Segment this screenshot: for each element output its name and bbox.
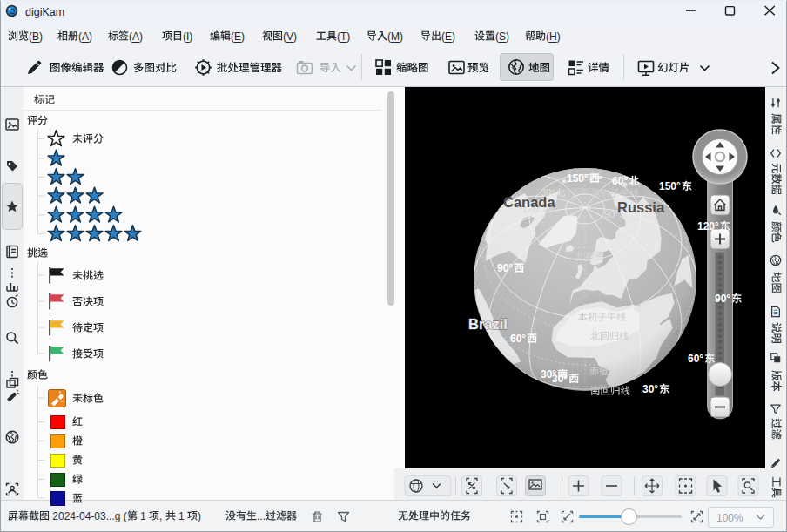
- svg-text:60°: 60°: [688, 353, 703, 365]
- svg-text:30°: 30°: [552, 373, 568, 385]
- svg-text:90°: 90°: [715, 293, 730, 305]
- svg-text:Russia: Russia: [617, 199, 665, 215]
- svg-text:Brazil: Brazil: [468, 316, 508, 332]
- svg-text:90°: 90°: [497, 262, 513, 274]
- svg-text:120°: 120°: [697, 220, 719, 232]
- svg-text:150°: 150°: [659, 180, 681, 192]
- svg-text:150°: 150°: [567, 172, 589, 185]
- svg-text:Canada: Canada: [503, 194, 555, 210]
- svg-text:30°: 30°: [642, 383, 658, 395]
- svg-text:60°: 60°: [612, 175, 628, 187]
- svg-text:60°: 60°: [510, 333, 526, 345]
